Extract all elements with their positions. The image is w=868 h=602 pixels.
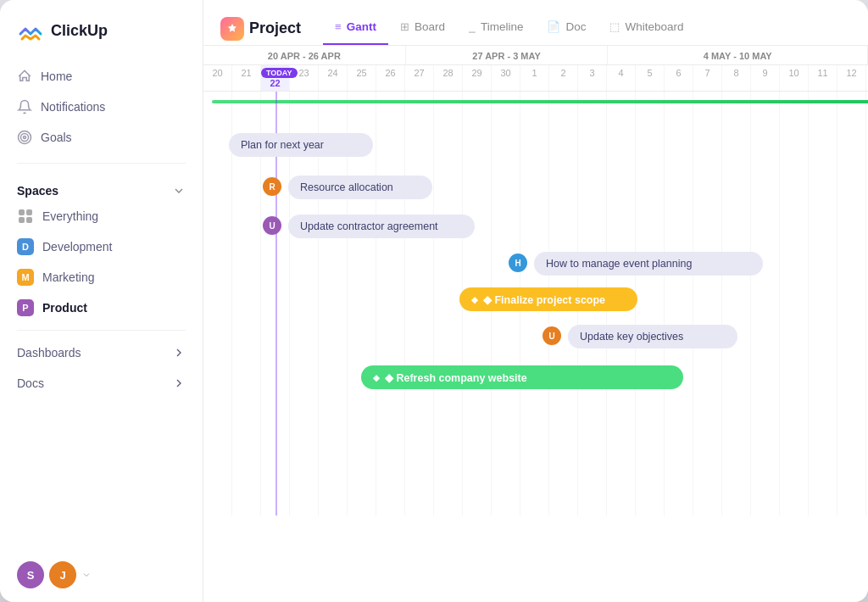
sidebar-item-dashboards[interactable]: Dashboards [0, 337, 203, 368]
gantt-content: Plan for next yearRResource allocationUU… [203, 92, 868, 516]
task-avatar-task2: R [263, 177, 283, 198]
day-24: 24 [319, 65, 348, 91]
clickup-logo-icon [17, 17, 44, 44]
marketing-dot: M [17, 269, 34, 286]
divider-1 [17, 163, 186, 164]
task-bar-task7[interactable]: ◆ Refresh company website [361, 365, 683, 389]
gantt-body: Plan for next yearRResource allocationUU… [203, 92, 868, 602]
task-avatar-task6: U [542, 326, 563, 347]
day-23: 23 [290, 65, 319, 91]
timeline-icon: ⎯ [469, 20, 476, 33]
day-3: 3 [578, 65, 607, 91]
period-3: 4 MAY - 10 MAY [608, 46, 868, 64]
day-25: 25 [348, 65, 376, 91]
svg-point-2 [24, 137, 26, 139]
sidebar-item-marketing[interactable]: M Marketing [0, 262, 203, 293]
chevron-right-icon [172, 346, 186, 360]
sidebar-item-everything[interactable]: Everything [0, 201, 203, 231]
nav-notifications[interactable]: Notifications [0, 92, 203, 122]
development-dot: D [17, 238, 34, 255]
tab-timeline[interactable]: ⎯ Timeline [457, 12, 536, 45]
target-icon [17, 130, 32, 145]
docs-label: Docs [17, 376, 44, 390]
main-content: Project ≡ Gantt ⊞ Board ⎯ Timeline 📄 Doc [203, 0, 868, 602]
app-name: ClickUp [51, 22, 108, 40]
sidebar: ClickUp Home Notifications Goals Spaces [0, 0, 203, 602]
spaces-header[interactable]: Spaces [17, 184, 186, 198]
day-28: 28 [434, 65, 463, 91]
dashboards-label: Dashboards [17, 346, 81, 360]
dropdown-arrow-icon [81, 570, 92, 580]
day-9: 9 [751, 65, 780, 91]
project-icon [220, 17, 244, 41]
tab-timeline-label: Timeline [481, 20, 524, 33]
task-row-task5[interactable]: ◆ Finalize project scope [203, 280, 868, 319]
task-bar-task1[interactable]: Plan for next year [229, 133, 373, 157]
day-20: 20 [203, 65, 232, 91]
task-bar-task2[interactable]: Resource allocation [288, 176, 432, 199]
task-bar-task4[interactable]: How to manage event planning [534, 252, 763, 276]
nav-home[interactable]: Home [0, 61, 203, 92]
task-row-task1[interactable]: Plan for next year [203, 125, 868, 164]
tab-gantt-label: Gantt [347, 20, 376, 33]
day-4: 4 [607, 65, 636, 91]
gantt-icon: ≡ [335, 20, 342, 33]
nav-goals-label: Goals [41, 131, 72, 144]
task-bar-task3[interactable]: Update contractor agreement [288, 215, 475, 238]
day-29: 29 [463, 65, 492, 91]
tab-whiteboard-label: Whiteboard [625, 20, 683, 33]
task-row-task4[interactable]: HHow to manage event planning [203, 244, 868, 283]
day-21: 21 [232, 65, 261, 91]
day-12: 12 [837, 65, 866, 91]
sidebar-item-product[interactable]: P Product [0, 293, 203, 323]
day-5: 5 [636, 65, 665, 91]
svg-point-1 [21, 134, 29, 142]
svg-rect-6 [26, 217, 32, 223]
spaces-label: Spaces [17, 184, 58, 198]
period-2: 27 APR - 3 MAY [406, 46, 609, 64]
day-2: 2 [549, 65, 578, 91]
avatar-user2[interactable]: J [49, 561, 76, 588]
marketing-label: Marketing [42, 270, 94, 284]
whiteboard-icon: ⬚ [609, 20, 620, 33]
days-row: 2021TODAY2223242526272829301234567891011… [203, 65, 868, 92]
product-label: Product [42, 301, 87, 315]
task-row-task7[interactable]: ◆ Refresh company website [203, 358, 868, 397]
tab-doc[interactable]: 📄 Doc [535, 12, 598, 45]
everything-icon [17, 208, 34, 225]
main-nav: Home Notifications Goals [0, 58, 203, 156]
task-bar-task6[interactable]: Update key objectives [568, 325, 737, 348]
tab-board[interactable]: ⊞ Board [388, 12, 457, 45]
avatar-user1[interactable]: S [17, 561, 44, 588]
product-dot: P [17, 299, 34, 316]
everything-label: Everything [42, 209, 98, 223]
sidebar-item-docs[interactable]: Docs [0, 368, 203, 399]
day-10: 10 [780, 65, 809, 91]
tab-gantt[interactable]: ≡ Gantt [323, 12, 388, 45]
period-header-row: 20 APR - 26 APR 27 APR - 3 MAY 4 MAY - 1… [203, 46, 868, 65]
day-22: TODAY22 [261, 65, 290, 91]
task-bar-task5[interactable]: ◆ Finalize project scope [459, 287, 637, 311]
chevron-down-icon [172, 184, 186, 198]
period-1: 20 APR - 26 APR [203, 46, 406, 64]
task-row-task3[interactable]: UUpdate contractor agreement [203, 207, 868, 246]
task-row-task2[interactable]: RResource allocation [203, 168, 868, 207]
task-row-task6[interactable]: UUpdate key objectives [203, 317, 868, 356]
day-1: 1 [520, 65, 549, 91]
home-icon [17, 69, 32, 84]
nav-goals[interactable]: Goals [0, 122, 203, 153]
day-27: 27 [405, 65, 434, 91]
chevron-right-docs-icon [172, 376, 186, 390]
task-avatar-task4: H [509, 254, 529, 274]
divider-2 [17, 330, 186, 331]
tab-board-label: Board [415, 20, 445, 33]
logo[interactable]: ClickUp [0, 0, 203, 58]
nav-home-label: Home [41, 70, 72, 83]
sidebar-item-development[interactable]: D Development [0, 231, 203, 262]
day-8: 8 [722, 65, 751, 91]
svg-rect-4 [26, 209, 32, 215]
day-6: 6 [665, 65, 693, 91]
day-7: 7 [693, 65, 722, 91]
tab-whiteboard[interactable]: ⬚ Whiteboard [598, 12, 695, 45]
development-label: Development [42, 240, 113, 254]
